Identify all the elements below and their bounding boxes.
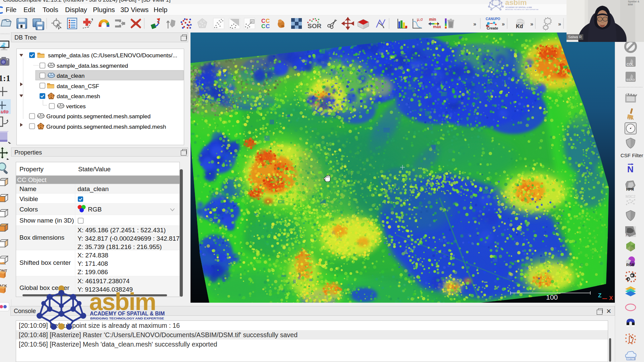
- svg-text:vertices: vertices: [66, 103, 86, 110]
- svg-text:sample_data.las (C:/Users/LENO: sample_data.las (C:/Users/LENOVO/Documen…: [48, 52, 177, 59]
- svg-text:sample_data.las.segmented: sample_data.las.segmented: [57, 63, 128, 69]
- svg-text:Colors: Colors: [19, 206, 38, 213]
- svg-text:BRIDGING TECHNOLOGY AND EXPERT: BRIDGING TECHNOLOGY AND EXPERTISE: [505, 9, 539, 10]
- svg-text:C: C: [261, 23, 265, 29]
- svg-text:Y: 342.817 (-0.000249699 : 342: Y: 342.817 (-0.000249699 : 342.817): [77, 235, 179, 242]
- svg-text:data_clean.mesh: data_clean.mesh: [57, 93, 100, 100]
- svg-text:SOR: SOR: [308, 22, 321, 29]
- svg-text:Z: Z: [598, 292, 601, 299]
- svg-text:»: »: [530, 21, 533, 27]
- svg-text:X: 274.838: X: 274.838: [77, 252, 108, 259]
- svg-text:data_clean: data_clean: [77, 185, 109, 193]
- svg-text:RGB: RGB: [626, 263, 635, 267]
- svg-text:SSAO: SSAO: [626, 78, 635, 81]
- svg-text:min: min: [429, 17, 436, 22]
- svg-text:CANUPO: CANUPO: [486, 17, 500, 21]
- svg-text:BRIDGING TECHNOLOGY AND EXPERT: BRIDGING TECHNOLOGY AND EXPERTISE: [90, 317, 164, 320]
- svg-text:N: N: [627, 164, 634, 174]
- svg-text:Kd: Kd: [516, 23, 523, 29]
- svg-text:100: 100: [546, 293, 558, 301]
- svg-text:SRTM: SRTM: [627, 357, 634, 360]
- svg-text:CSF Filter: CSF Filter: [621, 153, 643, 158]
- svg-text:Name: Name: [19, 185, 37, 192]
- svg-text:»: »: [558, 21, 561, 27]
- svg-text:uto: uto: [1, 109, 8, 114]
- svg-text:COL: COL: [627, 63, 634, 66]
- svg-text:PCV: PCV: [626, 233, 634, 237]
- svg-text:RGB: RGB: [88, 206, 102, 213]
- svg-text:Show name (in 3D): Show name (in 3D): [19, 217, 74, 224]
- svg-text:CC Object: CC Object: [17, 176, 47, 183]
- svg-text:ACADEMY OF SPATIAL & BIM: ACADEMY OF SPATIAL & BIM: [90, 310, 165, 316]
- svg-text:Ground points.segmented.mesh.s: Ground points.segmented.mesh.sampled.mes…: [46, 124, 166, 130]
- svg-text:Ground points.segmented.mesh.s: Ground points.segmented.mesh.sampled: [46, 113, 151, 120]
- svg-text:Shifted box center: Shifted box center: [19, 259, 71, 266]
- svg-text:X: X: [609, 295, 613, 301]
- svg-text:μ,σ: μ,σ: [417, 17, 423, 22]
- svg-text:X: 495.186 (27.2451 : 522.431): X: 495.186 (27.2451 : 522.431): [77, 227, 166, 234]
- svg-text:»: »: [502, 21, 505, 27]
- svg-text:ACADEMY OF SPATIAL & BIM: ACADEMY OF SPATIAL & BIM: [505, 6, 532, 8]
- svg-text:data_clean_CSF: data_clean_CSF: [57, 83, 99, 89]
- svg-text:Property: Property: [19, 166, 44, 173]
- svg-text:Z: 35.739 (181.216 : 216.955): Z: 35.739 (181.216 : 216.955): [77, 243, 162, 250]
- svg-text:1:1: 1:1: [0, 73, 10, 83]
- svg-text:Z: 199.086: Z: 199.086: [77, 268, 108, 276]
- svg-text:Y: 171.408: Y: 171.408: [77, 260, 108, 267]
- svg-text:Box dimensions: Box dimensions: [19, 234, 64, 241]
- svg-text:HPR: HPR: [626, 187, 634, 191]
- svg-text:Visible: Visible: [19, 195, 38, 202]
- svg-text:C: C: [266, 23, 270, 29]
- svg-text:State/Value: State/Value: [78, 166, 111, 173]
- svg-text:data_clean: data_clean: [57, 73, 85, 79]
- svg-text:Create: Create: [487, 26, 498, 30]
- svg-text:asbim: asbim: [505, 0, 527, 7]
- svg-text:M3C2: M3C2: [626, 194, 635, 198]
- svg-text:»: »: [473, 21, 476, 27]
- svg-text:max: max: [433, 24, 441, 29]
